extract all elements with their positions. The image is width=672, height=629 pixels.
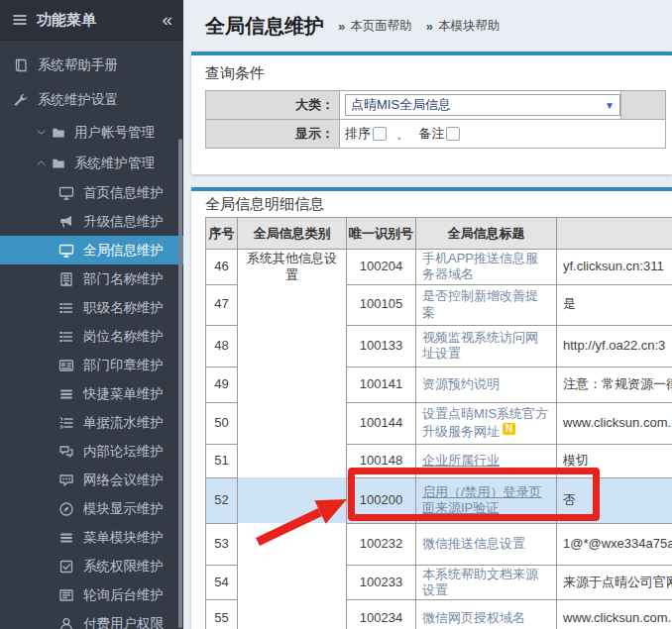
cell-category [238, 402, 347, 444]
cell-category [238, 565, 347, 600]
sort-checkbox[interactable] [373, 127, 387, 141]
form-filler-cell [621, 91, 666, 120]
cell-value: http://yf.oa22.cn:3 [557, 325, 672, 367]
row-title-link[interactable]: 视频监视系统访问网址设置 [422, 330, 538, 361]
sidebar-item-label: 首页信息维护 [83, 184, 164, 202]
cell-title: 本系统帮助文档来源设置 [416, 565, 557, 600]
cell-value: yf.clicksun.cn:311 [557, 250, 672, 285]
category-select-value: 点晴MIS全局信息 [351, 96, 451, 114]
user-icon [58, 616, 74, 629]
sidebar: 功能菜单 « 系统帮助手册系统维护设置用户帐号管理系统维护管理首页信息维护升级信… [0, 0, 183, 629]
sidebar-item-label: 系统权限维护 [83, 558, 164, 576]
idcard-icon [58, 358, 74, 373]
sidebar-item[interactable]: 岗位名称维护 [0, 322, 183, 351]
collapse-sidebar-icon[interactable]: « [162, 9, 171, 31]
row-title-link[interactable]: 资源预约说明 [422, 376, 500, 391]
sidebar-item-active[interactable]: 全局信息维护 [0, 236, 183, 264]
sidebar-scrollbar[interactable] [178, 139, 182, 628]
column-header: 全局信息标题 [416, 218, 557, 250]
sidebar-item[interactable]: 部门印章维护 [0, 351, 183, 379]
cell-seq: 55 [206, 600, 238, 629]
cell-seq: 46 [206, 250, 238, 285]
book-icon [13, 57, 29, 73]
sidebar-item-label: 菜单模块维护 [83, 529, 164, 547]
table-row[interactable]: 51100148企业所属行业模切 [206, 444, 672, 477]
table-row[interactable]: 48100133视频监视系统访问网址设置http://yf.oa22.cn:3 [206, 325, 672, 367]
sidebar-item-label: 部门印章维护 [83, 357, 164, 374]
sidebar-item[interactable]: 首页信息维护 [0, 178, 183, 207]
sidebar-item[interactable]: 系统权限维护 [0, 552, 183, 580]
cell-value: 模切 [557, 444, 672, 477]
table-row[interactable]: 55100234微信网页授权域名www.clicksun.com. [206, 600, 672, 629]
cell-unique-id: 100144 [347, 402, 416, 444]
wrench-icon [13, 92, 29, 108]
sidebar-item[interactable]: 部门名称维护 [0, 264, 183, 293]
sidebar-item[interactable]: 网络会议维护 [0, 466, 183, 494]
row-title-link[interactable]: 微信推送信息设置 [422, 536, 525, 551]
sidebar-item[interactable]: 系统维护设置 [0, 82, 183, 117]
module-help-link[interactable]: » 本模块帮助 [412, 18, 501, 35]
row-title-link[interactable]: 设置点晴MIS系统官方升级服务网址 [422, 406, 548, 438]
dropdown-arrow-icon: ▼ [605, 100, 615, 111]
page-help-link[interactable]: » 本页面帮助 [324, 18, 412, 35]
list-icon [58, 329, 74, 345]
sidebar-item-label: 系统帮助手册 [38, 56, 118, 74]
table-row[interactable]: 46系统其他信息设置100204手机APP推送信息服务器域名yf.clicksu… [206, 250, 672, 285]
sidebar-item-label: 快捷菜单维护 [83, 385, 164, 403]
ordered-list-icon [58, 415, 74, 431]
chevron-right-icon: » [338, 19, 345, 34]
cell-category [238, 523, 347, 565]
sidebar-item[interactable]: 升级信息维护 [0, 207, 183, 236]
sidebar-item-label: 岗位名称维护 [83, 328, 164, 346]
bars-icon [58, 530, 74, 546]
sidebar-item[interactable]: 轮询后台维护 [0, 580, 183, 609]
table-row[interactable]: 54100233本系统帮助文档来源设置来源于点晴公司官网 [206, 565, 672, 600]
cell-title: 是否控制新增改善提案 [416, 284, 557, 325]
display-label: 显示： [206, 120, 340, 149]
table-row[interactable]: 50100144设置点晴MIS系统官方升级服务网址Nwww.clicksun.c… [206, 402, 672, 444]
table-row[interactable]: 47100105是否控制新增改善提案是 [206, 284, 672, 325]
sidebar-item[interactable]: 单据流水维护 [0, 408, 183, 437]
sidebar-item[interactable]: 模块显示维护 [0, 494, 183, 523]
table-row-highlighted[interactable]: 52100200启用（/禁用）登录页面来源IP验证否 [206, 477, 672, 523]
sidebar-item-label: 系统维护设置 [38, 91, 118, 109]
sidebar-item-label: 职级名称维护 [83, 299, 164, 317]
sidebar-item[interactable]: 菜单模块维护 [0, 523, 183, 552]
sidebar-item-label: 单据流水维护 [83, 414, 164, 432]
page-help-label: 本页面帮助 [350, 18, 412, 35]
sidebar-item[interactable]: 用户帐号管理 [0, 117, 183, 148]
bars-icon [58, 386, 74, 402]
cell-category [238, 477, 347, 523]
category-select[interactable]: 点晴MIS全局信息 ▼ [345, 94, 620, 116]
sidebar-item[interactable]: 付费用户权限 [0, 609, 183, 629]
cell-seq: 47 [206, 284, 238, 325]
sidebar-item[interactable]: 内部论坛维护 [0, 437, 183, 466]
row-title-link[interactable]: 启用（/禁用）登录页面来源IP验证 [422, 484, 542, 515]
sidebar-item[interactable]: 系统维护管理 [0, 148, 183, 178]
column-header [557, 218, 672, 250]
row-title-link[interactable]: 手机APP推送信息服务器域名 [422, 251, 538, 281]
sidebar-item-label: 升级信息维护 [83, 213, 164, 231]
global-info-table: 序号全局信息类别唯一识别号全局信息标题 46系统其他信息设置100204手机AP… [205, 217, 672, 629]
table-row[interactable]: 49100141资源预约说明注意：常规资源一律 [206, 367, 672, 402]
row-title-link[interactable]: 企业所属行业 [422, 453, 500, 468]
table-row[interactable]: 53100232微信推送信息设置1@*@wxe334a75a [206, 523, 672, 565]
cell-title: 资源预约说明 [416, 367, 557, 402]
row-title-link[interactable]: 微信网页授权域名 [422, 610, 525, 625]
cell-seq: 48 [206, 325, 238, 367]
row-title-link[interactable]: 是否控制新增改善提案 [422, 288, 538, 319]
cell-unique-id: 100141 [347, 367, 416, 402]
sidebar-item[interactable]: 职级名称维护 [0, 293, 183, 322]
cell-value: www.clicksun.com. [557, 600, 672, 629]
sidebar-item[interactable]: 快捷菜单维护 [0, 379, 183, 408]
monitor-icon [58, 243, 74, 259]
sidebar-item[interactable]: 系统帮助手册 [0, 48, 183, 82]
row-title-link[interactable]: 本系统帮助文档来源设置 [422, 567, 538, 597]
cell-seq: 54 [206, 565, 238, 600]
cell-unique-id: 100200 [347, 477, 416, 523]
cell-title: 微信推送信息设置 [416, 523, 557, 565]
cell-category [238, 367, 347, 402]
note-checkbox[interactable] [446, 127, 460, 141]
query-panel-title: 查询条件 [205, 64, 658, 81]
cell-title: 企业所属行业 [416, 444, 557, 477]
